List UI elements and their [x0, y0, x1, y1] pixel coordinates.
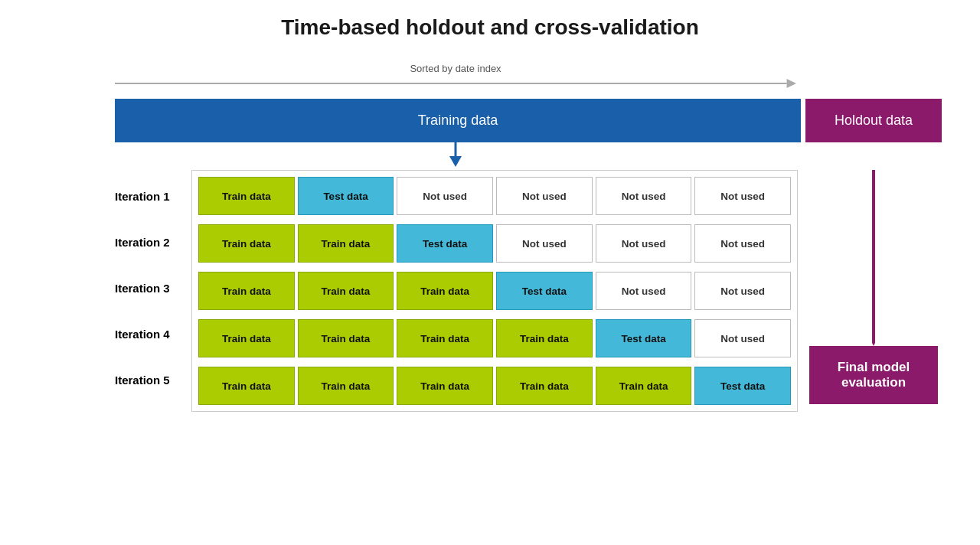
training-down-arrow — [115, 142, 796, 167]
cell-r2-c5: Not used — [596, 224, 692, 263]
cell-r5-c2: Train data — [298, 367, 394, 405]
grid-section: Iteration 1 Iteration 2 Iteration 3 Iter… — [115, 170, 942, 412]
cell-r1-c5: Not used — [596, 177, 692, 215]
cell-r1-c3: Not used — [397, 177, 493, 215]
svg-marker-1 — [787, 79, 796, 88]
right-col: Final model evaluation — [798, 170, 942, 404]
cell-r5-c4: Train data — [496, 367, 593, 405]
svg-marker-5 — [872, 331, 875, 346]
cell-r1-c6: Not used — [694, 177, 791, 215]
top-bars-row: Training data Holdout data — [115, 99, 942, 142]
date-label: Sorted by date index — [115, 63, 796, 74]
grid-row-4: Train dataTrain dataTrain dataTrain data… — [197, 318, 792, 359]
cell-r4-c5: Test data — [596, 319, 692, 357]
final-eval-box: Final model evaluation — [809, 346, 938, 404]
grid-row-2: Train dataTrain dataTest dataNot usedNot… — [197, 223, 792, 264]
cell-r4-c3: Train data — [397, 319, 493, 357]
cell-r1-c2: Test data — [298, 177, 394, 215]
cell-r3-c4: Test data — [496, 272, 593, 310]
cell-r4-c4: Train data — [496, 319, 593, 357]
cell-r2-c4: Not used — [496, 224, 593, 263]
cell-r3-c6: Not used — [694, 272, 791, 310]
cell-r1-c1: Train data — [198, 177, 295, 215]
date-arrow — [115, 77, 796, 93]
page-title: Time-based holdout and cross-validation — [23, 15, 957, 40]
cell-r3-c3: Train data — [397, 272, 493, 310]
svg-marker-3 — [449, 156, 462, 167]
grid: Train dataTest dataNot usedNot usedNot u… — [191, 170, 798, 412]
cell-r3-c1: Train data — [198, 272, 295, 310]
iteration-label-3: Iteration 3 — [115, 268, 191, 308]
grid-row-3: Train dataTrain dataTrain dataTest dataN… — [197, 270, 792, 312]
holdout-bar: Holdout data — [805, 99, 942, 142]
cell-r3-c2: Train data — [298, 272, 394, 310]
cell-r3-c5: Not used — [596, 272, 692, 310]
grid-row-5: Train dataTrain dataTrain dataTrain data… — [197, 365, 792, 406]
cell-r2-c3: Test data — [397, 224, 493, 263]
cell-r5-c5: Train data — [596, 367, 692, 405]
grid-row-1: Train dataTest dataNot usedNot usedNot u… — [197, 175, 792, 217]
iteration-label-5: Iteration 5 — [115, 360, 191, 400]
iteration-label-2: Iteration 2 — [115, 222, 191, 262]
cell-r2-c1: Train data — [198, 224, 295, 263]
cell-r4-c6: Not used — [694, 319, 791, 357]
cell-r5-c3: Train data — [397, 367, 493, 405]
cell-r2-c2: Train data — [298, 224, 394, 263]
cell-r2-c6: Not used — [694, 224, 791, 263]
cell-r5-c1: Train data — [198, 367, 295, 405]
iteration-label-4: Iteration 4 — [115, 314, 191, 354]
iteration-labels: Iteration 1 Iteration 2 Iteration 3 Iter… — [115, 170, 191, 400]
cell-r4-c2: Train data — [298, 319, 394, 357]
training-bar: Training data — [115, 99, 801, 142]
cell-r4-c1: Train data — [198, 319, 295, 357]
cell-r1-c4: Not used — [496, 177, 593, 215]
page: Time-based holdout and cross-validation … — [0, 0, 980, 545]
iteration-label-1: Iteration 1 — [115, 176, 191, 216]
cell-r5-c6: Test data — [694, 367, 791, 405]
